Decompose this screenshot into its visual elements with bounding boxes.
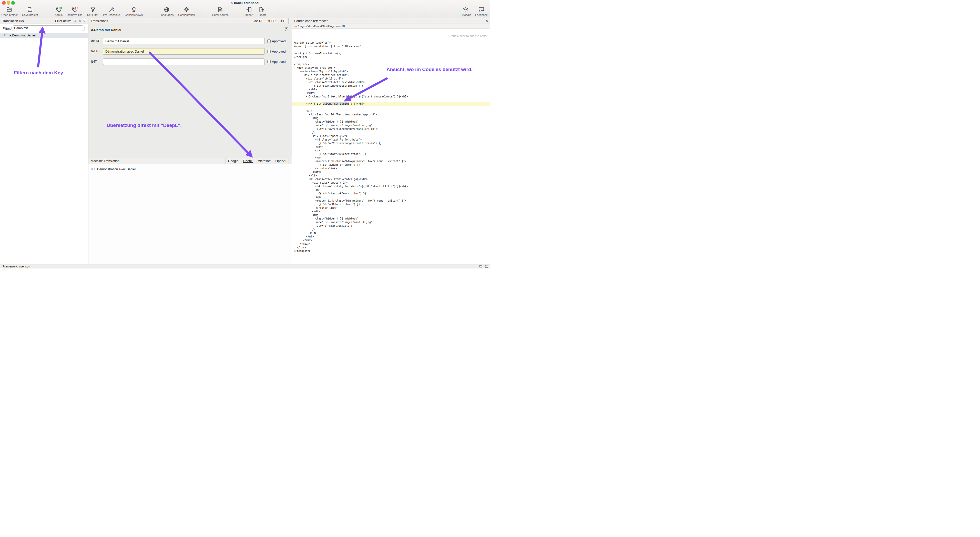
translation-ids-header: Translation IDs Filter active ✕ (0, 18, 88, 24)
code-line (292, 59, 490, 62)
translations-panel: Translations de-DE fr-FR it-IT a.Demo mi… (88, 18, 292, 264)
code-line: <h3 class="mb-8 text-blue-900">{{ $t("st… (292, 95, 490, 99)
filter-label: Filter: (3, 27, 11, 30)
comment-bubble-icon (4, 33, 8, 37)
source-reference-path[interactable]: src/pages/start/GuestStartPage.vue:18 (292, 24, 490, 29)
translation-input-fr-fr[interactable] (103, 48, 265, 55)
highlighted-translation-key: a.Demo mit Daniel (323, 102, 349, 105)
code-line: {{ $t("a.Mehr erfahren") }} (292, 202, 490, 206)
approved-label: Approved (272, 40, 286, 43)
toolbar-configuration[interactable]: Configuration (178, 6, 195, 16)
window-panel-icon[interactable] (485, 265, 488, 268)
approved-label: Approved (272, 50, 286, 53)
mt-provider-deepl[interactable]: DeepL (241, 158, 255, 164)
translation-id-list-item[interactable]: a.Demo mit Daniel (0, 33, 88, 38)
mt-result-text: Démonstration avec Daniel (97, 167, 135, 171)
translation-row-fr-fr: fr-FR Approved (88, 48, 292, 55)
code-line: <li class="flex items-center gap-x-8"> (292, 177, 490, 181)
code-line: </main> (292, 242, 490, 246)
code-line: <img (292, 116, 490, 120)
mt-result-row[interactable]: ⌘1 Démonstration avec Daniel (88, 167, 292, 172)
framework-label: Framework: vue-json (3, 265, 30, 268)
code-line: class="hidden h-72 md:block" (292, 217, 490, 220)
toolbar-export[interactable]: Export (258, 6, 266, 16)
approved-checkbox-fr-fr[interactable] (267, 50, 270, 53)
approved-checkbox-de-de[interactable] (267, 40, 270, 43)
translation-row-it-it: it-IT Approved (88, 58, 292, 65)
toolbar-import[interactable]: Import (245, 6, 253, 16)
code-line: </div> (292, 91, 490, 95)
toolbar-open-project[interactable]: Open project (2, 6, 18, 16)
toolbar-feedback[interactable]: Feedback (475, 6, 487, 16)
id-filter-input[interactable] (11, 25, 85, 31)
code-line: </p> (292, 195, 490, 199)
code-line: <router-link class="btn-primary" :to="{ … (292, 199, 490, 202)
gear-icon (183, 6, 190, 13)
code-line: <ul> (292, 109, 490, 113)
save-icon (27, 6, 33, 13)
approved-label: Approved (272, 60, 286, 64)
toolbar-tutorials[interactable]: Tutorials (460, 6, 471, 16)
code-line: /> (292, 131, 490, 134)
mt-shortcut: ⌘1 (91, 168, 95, 171)
code-line: <img (292, 214, 490, 217)
refresh-icon[interactable] (73, 19, 76, 22)
code-line: </router-link> (292, 206, 490, 210)
machine-translation-results: ⌘1 Démonstration avec Daniel (88, 164, 292, 264)
toolbar-remove-ids[interactable]: Remove IDs (67, 6, 83, 16)
code-line (292, 106, 490, 109)
close-icon[interactable]: × (486, 19, 488, 23)
code-line: <template> (292, 62, 490, 66)
code-line: import { useTranslation } from "i18next-… (292, 45, 490, 48)
clear-filter-icon[interactable]: ✕ (78, 19, 81, 22)
globe-icon (163, 6, 170, 13)
toolbar-set-filter[interactable]: Set Filter (87, 6, 99, 16)
translation-key-title: a.Demo mit Daniel (91, 28, 121, 32)
code-line: </router-link> (292, 167, 490, 170)
machine-translation-header: Machine Translation Google DeepL Microso… (88, 158, 292, 164)
panel-title: Translations (91, 19, 108, 23)
code-line: </li> (292, 231, 490, 235)
code-line: {{ $t("start.vvDescription") }} (292, 152, 490, 156)
code-line: <script setup lang="ts"> (292, 41, 490, 45)
comment-icon[interactable] (284, 27, 289, 31)
code-line: </div> (292, 246, 490, 249)
code-line: </div> (292, 170, 490, 174)
approved-checkbox-it-it[interactable] (267, 60, 270, 63)
toolbar-pre-translate[interactable]: Pre-Translate (103, 6, 120, 16)
translation-input-de-de[interactable] (103, 38, 265, 45)
mt-provider-microsoft[interactable]: Microsoft (255, 158, 273, 164)
speech-bubble-icon (478, 6, 485, 13)
language-tab-it-it[interactable]: it-IT (278, 18, 289, 24)
code-line: :alt="t('start.ukTitle')" (292, 224, 490, 228)
panel-title: Translation IDs (2, 19, 24, 23)
mt-provider-google[interactable]: Google (226, 158, 241, 164)
code-line: <p> (292, 188, 490, 192)
code-line: <div class="bg-gray-200"> (292, 66, 490, 70)
translation-input-it-it[interactable] (103, 59, 265, 65)
code-line: <h4 class="text-lg font-bold">{{ $t("sta… (292, 185, 490, 188)
translation-entry: a.Demo mit Daniel de-DE Approved fr-FR A… (88, 24, 292, 158)
code-line: </li> (292, 174, 490, 177)
award-badge-icon (131, 6, 137, 13)
code-line: </script> (292, 56, 490, 59)
tag-plus-icon (56, 6, 62, 13)
toolbar-consistency-ai[interactable]: ConsistencyAI (125, 6, 143, 16)
toolbar-add-id[interactable]: Add ID (54, 6, 63, 16)
code-block[interactable]: <script setup lang="ts">import { useTran… (292, 41, 490, 264)
mt-provider-openai[interactable]: OpenAI (273, 158, 289, 164)
code-line: :alt="t('a.Versicherungsvermittler/-in')… (292, 127, 490, 131)
code-line: class="hidden h-72 md:block" (292, 120, 490, 124)
filter-icon[interactable] (83, 19, 86, 22)
filter-active-label: Filter active (55, 19, 72, 23)
language-tab-de-de[interactable]: de-DE (252, 18, 266, 24)
code-line (292, 99, 490, 102)
language-label: de-DE (91, 38, 100, 45)
code-line: </h4> (292, 145, 490, 149)
toolbar-show-source[interactable]: Show source (212, 6, 229, 16)
export-icon (258, 6, 265, 13)
toolbar-languages[interactable]: Languages (160, 6, 173, 16)
language-tab-fr-fr[interactable]: fr-FR (266, 18, 278, 24)
keyboard-icon[interactable] (479, 265, 482, 268)
toolbar-save-project[interactable]: Save project (22, 6, 38, 16)
